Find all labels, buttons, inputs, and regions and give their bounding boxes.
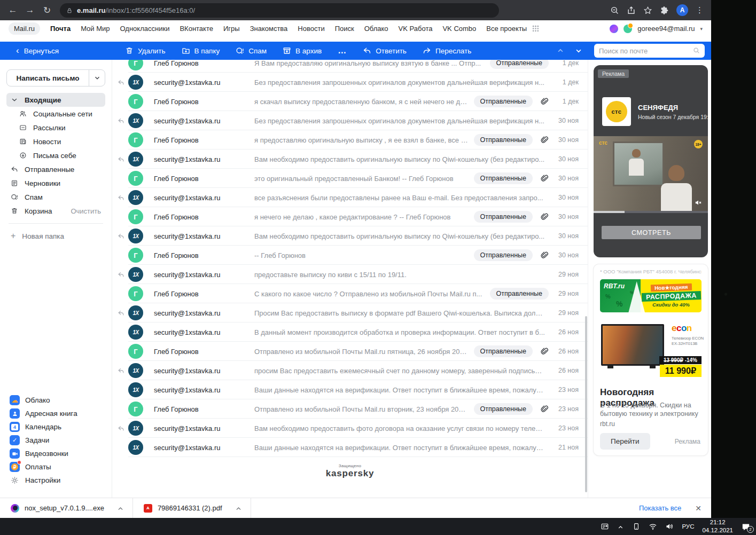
watch-button[interactable]: СМОТРЕТЬ (602, 226, 701, 239)
forward-icon[interactable]: → (22, 5, 37, 15)
close-downloads-icon[interactable]: ✕ (695, 504, 702, 513)
email-row[interactable]: 1Xsecurity@1xstavka.ruпредоставьте выпис… (112, 265, 588, 284)
hidden-icons-chevron[interactable] (617, 523, 624, 530)
wifi-icon[interactable] (649, 522, 657, 531)
toolbar-spam-button[interactable]: Спам (236, 46, 267, 55)
sidebar-app-video[interactable]: Видеозвонки (6, 447, 105, 460)
nav-item-12[interactable]: Все проекты (486, 25, 527, 33)
language-indicator[interactable]: РУС (682, 523, 694, 530)
ad-card-rbt[interactable]: * ООО "Компания РБТ" 454008 г. Челябинск… (594, 264, 708, 455)
nav-item-8[interactable]: Поиск (335, 25, 354, 33)
email-row[interactable]: 1Xsecurity@1xstavka.ruВаши данные находя… (112, 438, 588, 457)
scrollbar[interactable] (585, 316, 587, 492)
sidebar-folder-4[interactable]: Письма себе (6, 148, 105, 162)
app-icon-gradient[interactable] (610, 25, 618, 33)
status-icon[interactable] (623, 25, 632, 33)
video-progress-bar[interactable] (594, 211, 708, 213)
show-all-downloads[interactable]: Показать все (639, 504, 681, 512)
zoom-icon[interactable] (610, 6, 619, 15)
ad-card-cts[interactable]: Реклама стс СЕНЯФЕДЯ Новый сезон 7 декаб… (594, 65, 708, 257)
email-row[interactable]: 1Xsecurity@1xstavka.ruБез предоставления… (112, 111, 588, 130)
email-row[interactable]: ГГлеб Горюновя нечего не делаю , какое р… (112, 207, 588, 226)
sidebar-folder-7[interactable]: Спам (6, 190, 105, 204)
sidebar-folder-0[interactable]: Входящие (6, 93, 105, 107)
download-item-1[interactable]: A79869146331 (2).pdf (133, 498, 251, 518)
nav-item-1[interactable]: Почта (50, 25, 71, 33)
sidebar-app-tasks[interactable]: ✓Задачи (6, 434, 105, 447)
email-row[interactable]: ГГлеб Горюновя предоставляю оригинальную… (112, 130, 588, 150)
nav-item-6[interactable]: Знакомства (250, 25, 288, 33)
notification-center-icon[interactable]: 2 (741, 522, 751, 531)
nav-item-11[interactable]: VK Combo (442, 25, 476, 33)
sidebar-folder-8[interactable]: КорзинаОчистить (6, 204, 105, 218)
mail-search-input[interactable] (599, 47, 693, 55)
sidebar-app-payments[interactable]: ₽Оплаты (6, 460, 105, 474)
toolbar-dots-button[interactable]: … (338, 46, 347, 56)
device-icon[interactable] (632, 522, 641, 531)
toolbar-archive-button[interactable]: В архив (283, 46, 322, 55)
nav-item-0[interactable]: Mail.ru (9, 22, 40, 35)
sidebar-folder-3[interactable]: Новости (6, 135, 105, 148)
sidebar-folder-5[interactable]: Отправленные (6, 162, 105, 176)
sidebar-app-gear[interactable]: Настройки (6, 474, 105, 487)
account-caret-icon[interactable]: ▾ (700, 26, 703, 32)
sidebar-app-cloud[interactable]: ☁Облако (6, 394, 105, 407)
email-row[interactable]: 1Xsecurity@1xstavka.ruвсе разъяснения бы… (112, 188, 588, 207)
email-row[interactable]: ГГлеб ГорюновЯ Вам предоставляю оригинал… (112, 60, 588, 73)
sidebar-folder-2[interactable]: Рассылки (6, 121, 105, 135)
taskbar-clock[interactable]: 21:12 04.12.2021 (702, 518, 733, 534)
sidebar-folder-6[interactable]: Черновики (6, 176, 105, 190)
go-button[interactable]: Перейти (600, 433, 650, 450)
email-row[interactable]: 1Xsecurity@1xstavka.ruВам необходимо пре… (112, 419, 588, 438)
reload-icon[interactable]: ↻ (40, 5, 54, 16)
bookmark-star-icon[interactable] (643, 6, 652, 15)
nav-item-3[interactable]: Одноклассники (120, 25, 170, 33)
new-folder-button[interactable]: + Новая папка (6, 229, 105, 243)
nav-item-7[interactable]: Новости (298, 25, 324, 33)
sidebar-folder-1[interactable]: Социальные сети (6, 107, 105, 121)
download-options-chevron[interactable] (235, 505, 242, 512)
email-row[interactable]: ГГлеб Горюновя скачал выписку предоставл… (112, 92, 588, 111)
email-row[interactable]: 1Xsecurity@1xstavka.ruВ данный момент пр… (112, 322, 588, 342)
extensions-icon[interactable] (660, 6, 669, 15)
nav-item-2[interactable]: Мой Мир (81, 25, 110, 33)
email-row[interactable]: 1Xsecurity@1xstavka.ruпросим Вас предост… (112, 361, 588, 380)
email-row[interactable]: ГГлеб ГорюновОтправлено из мобильной Поч… (112, 342, 588, 361)
download-options-chevron[interactable] (117, 505, 124, 512)
email-row[interactable]: 1Xsecurity@1xstavka.ruВам необходимо пре… (112, 226, 588, 246)
toolbar-forward-button[interactable]: Переслать (423, 46, 471, 55)
news-widget-icon[interactable] (601, 522, 609, 531)
nav-item-4[interactable]: ВКонтакте (180, 25, 213, 33)
email-row[interactable]: ГГлеб ГорюновС какого по какое число ? О… (112, 284, 588, 303)
email-row[interactable]: 1Xsecurity@1xstavka.ruВаши данные находя… (112, 380, 588, 399)
prev-message-icon[interactable] (557, 47, 564, 54)
email-row[interactable]: ГГлеб ГорюновОтправлено из мобильной Поч… (112, 399, 588, 419)
clear-trash-button[interactable]: Очистить (71, 207, 101, 215)
email-row[interactable]: 1Xsecurity@1xstavka.ruПросим Вас предост… (112, 303, 588, 322)
next-message-icon[interactable] (575, 47, 582, 54)
all-projects-grid-icon[interactable] (532, 25, 539, 32)
share-icon[interactable] (627, 6, 636, 15)
sidebar-app-calendar[interactable]: 4Календарь (6, 420, 105, 434)
email-row[interactable]: ГГлеб Горюновэто оригинальный предоставл… (112, 169, 588, 188)
email-row[interactable]: 1Xsecurity@1xstavka.ruБез предоставления… (112, 73, 588, 92)
ad-video[interactable]: стс 18+ (594, 136, 708, 211)
nav-item-10[interactable]: VK Работа (399, 25, 433, 33)
compose-options-caret-icon[interactable] (89, 70, 105, 86)
mute-icon[interactable] (695, 199, 703, 207)
back-icon[interactable]: ← (5, 5, 20, 15)
toolbar-folder-button[interactable]: В папку (182, 46, 220, 55)
toolbar-reply-button[interactable]: Ответить (363, 46, 407, 55)
address-bar[interactable]: e.mail.ru/inbox/1:cf5560f454f5e16a:0/ (60, 3, 499, 18)
download-item-0[interactable]: nox_setup_v7.0.1.9....exe (0, 498, 133, 518)
browser-profile-avatar[interactable]: A (676, 4, 688, 16)
email-row[interactable]: ГГлеб Горюнов-- Глеб ГорюновОтправленные… (112, 246, 588, 265)
nav-item-5[interactable]: Игры (223, 25, 240, 33)
compose-button[interactable]: Написать письмо (6, 69, 105, 86)
account-email[interactable]: goreee94@mail.ru (637, 25, 695, 33)
back-to-list-button[interactable]: ‹ Вернуться (0, 47, 113, 55)
sidebar-app-contacts[interactable]: Адресная книга (6, 407, 105, 420)
volume-icon[interactable] (665, 522, 674, 531)
browser-menu-icon[interactable]: ⋮ (696, 5, 704, 15)
toolbar-trash-button[interactable]: Удалить (125, 46, 166, 55)
